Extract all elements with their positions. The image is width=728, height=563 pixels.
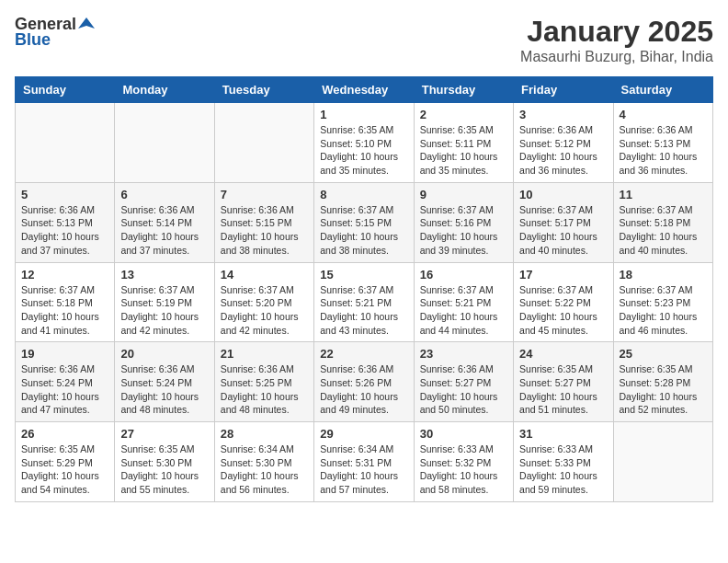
- day-number: 11: [620, 188, 707, 201]
- weekday-header-tuesday: Tuesday: [214, 77, 313, 103]
- title-block: January 2025 Masaurhi Buzurg, Bihar, Ind…: [520, 15, 713, 65]
- day-number: 14: [221, 268, 308, 282]
- day-number: 29: [320, 427, 407, 441]
- day-info: Sunrise: 6:37 AM Sunset: 5:18 PM Dayligh…: [620, 203, 707, 258]
- day-number: 8: [320, 188, 407, 201]
- calendar-cell: 8Sunrise: 6:37 AM Sunset: 5:15 PM Daylig…: [314, 182, 414, 262]
- day-info: Sunrise: 6:37 AM Sunset: 5:17 PM Dayligh…: [519, 203, 607, 258]
- weekday-header-sunday: Sunday: [16, 77, 115, 103]
- calendar-cell: 10Sunrise: 6:37 AM Sunset: 5:17 PM Dayli…: [514, 182, 613, 262]
- day-number: 1: [320, 108, 407, 121]
- calendar-cell: 16Sunrise: 6:37 AM Sunset: 5:21 PM Dayli…: [414, 262, 513, 342]
- calendar-cell: 9Sunrise: 6:37 AM Sunset: 5:16 PM Daylig…: [414, 182, 513, 262]
- logo: General Blue: [15, 15, 95, 50]
- calendar-cell: 21Sunrise: 6:36 AM Sunset: 5:25 PM Dayli…: [214, 342, 313, 422]
- day-info: Sunrise: 6:35 AM Sunset: 5:28 PM Dayligh…: [620, 362, 707, 417]
- day-info: Sunrise: 6:35 AM Sunset: 5:10 PM Dayligh…: [320, 123, 407, 178]
- calendar-cell: 7Sunrise: 6:36 AM Sunset: 5:15 PM Daylig…: [214, 182, 313, 262]
- calendar-week-row: 5Sunrise: 6:36 AM Sunset: 5:13 PM Daylig…: [16, 182, 713, 262]
- day-number: 20: [120, 347, 208, 361]
- day-number: 6: [120, 188, 208, 201]
- calendar-cell: 12Sunrise: 6:37 AM Sunset: 5:18 PM Dayli…: [16, 262, 115, 342]
- day-info: Sunrise: 6:35 AM Sunset: 5:29 PM Dayligh…: [21, 442, 108, 497]
- day-info: Sunrise: 6:37 AM Sunset: 5:21 PM Dayligh…: [420, 283, 507, 338]
- day-info: Sunrise: 6:37 AM Sunset: 5:18 PM Dayligh…: [21, 283, 108, 338]
- calendar-week-row: 1Sunrise: 6:35 AM Sunset: 5:10 PM Daylig…: [16, 103, 713, 183]
- day-info: Sunrise: 6:37 AM Sunset: 5:19 PM Dayligh…: [120, 283, 208, 338]
- weekday-header-thursday: Thursday: [414, 77, 513, 103]
- calendar-cell: 14Sunrise: 6:37 AM Sunset: 5:20 PM Dayli…: [214, 262, 313, 342]
- calendar-cell: 29Sunrise: 6:34 AM Sunset: 5:31 PM Dayli…: [314, 422, 414, 502]
- day-number: 3: [519, 108, 607, 121]
- day-number: 26: [21, 427, 108, 441]
- weekday-header-wednesday: Wednesday: [314, 77, 414, 103]
- calendar-cell: 5Sunrise: 6:36 AM Sunset: 5:13 PM Daylig…: [16, 182, 115, 262]
- day-number: 28: [221, 427, 308, 441]
- day-number: 19: [21, 347, 108, 361]
- calendar-cell: 31Sunrise: 6:33 AM Sunset: 5:33 PM Dayli…: [514, 422, 613, 502]
- calendar-cell: 2Sunrise: 6:35 AM Sunset: 5:11 PM Daylig…: [414, 103, 513, 183]
- day-number: 5: [21, 188, 108, 201]
- day-info: Sunrise: 6:36 AM Sunset: 5:13 PM Dayligh…: [21, 203, 108, 258]
- day-number: 13: [120, 268, 208, 282]
- calendar-cell: 4Sunrise: 6:36 AM Sunset: 5:13 PM Daylig…: [613, 103, 712, 183]
- day-info: Sunrise: 6:36 AM Sunset: 5:24 PM Dayligh…: [120, 362, 208, 417]
- day-number: 17: [519, 268, 607, 282]
- day-number: 22: [320, 347, 407, 361]
- calendar-week-row: 12Sunrise: 6:37 AM Sunset: 5:18 PM Dayli…: [16, 262, 713, 342]
- day-info: Sunrise: 6:34 AM Sunset: 5:30 PM Dayligh…: [221, 442, 308, 497]
- calendar-cell: [16, 103, 115, 183]
- calendar-week-row: 26Sunrise: 6:35 AM Sunset: 5:29 PM Dayli…: [16, 422, 713, 502]
- day-info: Sunrise: 6:37 AM Sunset: 5:21 PM Dayligh…: [320, 283, 407, 338]
- day-info: Sunrise: 6:36 AM Sunset: 5:15 PM Dayligh…: [221, 203, 308, 258]
- day-number: 24: [519, 347, 607, 361]
- day-info: Sunrise: 6:37 AM Sunset: 5:22 PM Dayligh…: [519, 283, 607, 338]
- day-number: 21: [221, 347, 308, 361]
- day-info: Sunrise: 6:37 AM Sunset: 5:15 PM Dayligh…: [320, 203, 407, 258]
- day-info: Sunrise: 6:36 AM Sunset: 5:24 PM Dayligh…: [21, 362, 108, 417]
- calendar-week-row: 19Sunrise: 6:36 AM Sunset: 5:24 PM Dayli…: [16, 342, 713, 422]
- day-number: 18: [620, 268, 707, 282]
- calendar-table: SundayMondayTuesdayWednesdayThursdayFrid…: [15, 76, 713, 502]
- calendar-cell: 13Sunrise: 6:37 AM Sunset: 5:19 PM Dayli…: [115, 262, 214, 342]
- day-number: 10: [519, 188, 607, 201]
- weekday-header-saturday: Saturday: [613, 77, 712, 103]
- calendar-cell: 30Sunrise: 6:33 AM Sunset: 5:32 PM Dayli…: [414, 422, 513, 502]
- day-info: Sunrise: 6:37 AM Sunset: 5:16 PM Dayligh…: [420, 203, 507, 258]
- calendar-cell: 22Sunrise: 6:36 AM Sunset: 5:26 PM Dayli…: [314, 342, 414, 422]
- calendar-cell: 28Sunrise: 6:34 AM Sunset: 5:30 PM Dayli…: [214, 422, 313, 502]
- calendar-cell: 18Sunrise: 6:37 AM Sunset: 5:23 PM Dayli…: [613, 262, 712, 342]
- calendar-cell: 20Sunrise: 6:36 AM Sunset: 5:24 PM Dayli…: [115, 342, 214, 422]
- calendar-cell: 19Sunrise: 6:36 AM Sunset: 5:24 PM Dayli…: [16, 342, 115, 422]
- day-number: 16: [420, 268, 507, 282]
- day-number: 23: [420, 347, 507, 361]
- svg-marker-0: [78, 17, 95, 29]
- calendar-cell: 27Sunrise: 6:35 AM Sunset: 5:30 PM Dayli…: [115, 422, 214, 502]
- calendar-cell: 26Sunrise: 6:35 AM Sunset: 5:29 PM Dayli…: [16, 422, 115, 502]
- day-info: Sunrise: 6:34 AM Sunset: 5:31 PM Dayligh…: [320, 442, 407, 497]
- calendar-cell: [115, 103, 214, 183]
- day-info: Sunrise: 6:37 AM Sunset: 5:20 PM Dayligh…: [221, 283, 308, 338]
- day-number: 2: [420, 108, 507, 121]
- day-number: 9: [420, 188, 507, 201]
- calendar-cell: 23Sunrise: 6:36 AM Sunset: 5:27 PM Dayli…: [414, 342, 513, 422]
- day-info: Sunrise: 6:36 AM Sunset: 5:27 PM Dayligh…: [420, 362, 507, 417]
- day-info: Sunrise: 6:35 AM Sunset: 5:27 PM Dayligh…: [519, 362, 607, 417]
- day-info: Sunrise: 6:36 AM Sunset: 5:26 PM Dayligh…: [320, 362, 407, 417]
- day-info: Sunrise: 6:33 AM Sunset: 5:33 PM Dayligh…: [519, 442, 607, 497]
- logo-bird-icon: [78, 16, 95, 32]
- day-number: 25: [620, 347, 707, 361]
- calendar-cell: 11Sunrise: 6:37 AM Sunset: 5:18 PM Dayli…: [613, 182, 712, 262]
- day-number: 31: [519, 427, 607, 441]
- day-number: 4: [620, 108, 707, 121]
- day-info: Sunrise: 6:35 AM Sunset: 5:11 PM Dayligh…: [420, 123, 507, 178]
- calendar-cell: 15Sunrise: 6:37 AM Sunset: 5:21 PM Dayli…: [314, 262, 414, 342]
- weekday-header-monday: Monday: [115, 77, 214, 103]
- day-number: 12: [21, 268, 108, 282]
- day-info: Sunrise: 6:33 AM Sunset: 5:32 PM Dayligh…: [420, 442, 507, 497]
- calendar-cell: 24Sunrise: 6:35 AM Sunset: 5:27 PM Dayli…: [514, 342, 613, 422]
- location: Masaurhi Buzurg, Bihar, India: [520, 49, 713, 65]
- day-number: 30: [420, 427, 507, 441]
- day-info: Sunrise: 6:36 AM Sunset: 5:12 PM Dayligh…: [519, 123, 607, 178]
- weekday-header-friday: Friday: [514, 77, 613, 103]
